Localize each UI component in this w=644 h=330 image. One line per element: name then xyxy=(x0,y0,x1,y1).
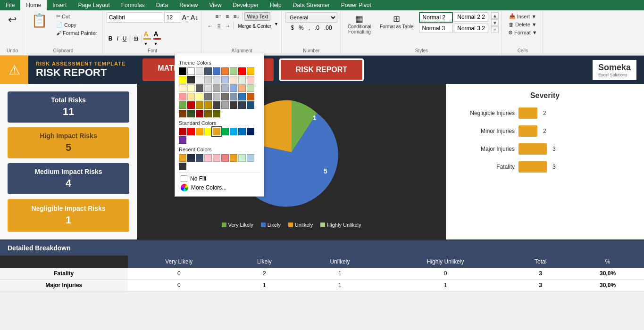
theme-color-39[interactable] xyxy=(204,101,212,109)
std-color-8[interactable] xyxy=(247,128,254,135)
theme-color-14[interactable] xyxy=(221,76,229,83)
font-grow-icon[interactable]: A↑ xyxy=(182,14,190,21)
recent-color-6[interactable] xyxy=(230,154,237,162)
theme-color-31[interactable] xyxy=(213,93,220,100)
theme-color-8[interactable] xyxy=(247,67,254,75)
theme-color-10[interactable] xyxy=(187,76,195,83)
tab-file[interactable]: File xyxy=(0,0,20,10)
std-color-2[interactable] xyxy=(196,128,203,135)
theme-color-16[interactable] xyxy=(238,76,246,83)
tab-data[interactable]: Data xyxy=(151,0,174,10)
std-color-0[interactable] xyxy=(179,128,186,135)
styles-scroll-expand[interactable]: ≡ xyxy=(491,26,499,33)
tab-power-pivot[interactable]: Power Pivot xyxy=(335,0,377,10)
copy-button[interactable]: 📄 Copy xyxy=(54,21,100,29)
normal3-style[interactable]: Normal 3 xyxy=(419,24,453,33)
theme-color-33[interactable] xyxy=(230,93,237,100)
theme-color-23[interactable] xyxy=(221,84,229,92)
align-center-button[interactable]: ≡ xyxy=(215,22,222,30)
theme-color-41[interactable] xyxy=(221,101,229,109)
theme-color-30[interactable] xyxy=(204,93,212,100)
theme-color-17[interactable] xyxy=(247,76,254,83)
font-name-input[interactable] xyxy=(107,12,163,23)
theme-color-40[interactable] xyxy=(213,101,220,109)
format-as-table-button[interactable]: ⊞ Format as Table xyxy=(376,12,417,31)
tab-view[interactable]: View xyxy=(204,0,227,10)
tab-help[interactable]: Help xyxy=(264,0,287,10)
align-top-left-button[interactable]: ≡↑ xyxy=(213,12,223,21)
theme-color-45[interactable] xyxy=(179,110,186,117)
theme-color-26[interactable] xyxy=(247,84,254,92)
theme-color-48[interactable] xyxy=(204,110,212,117)
align-right-button[interactable]: → xyxy=(223,22,232,30)
std-color-4[interactable] xyxy=(213,128,220,135)
tab-developer[interactable]: Developer xyxy=(227,0,264,10)
theme-color-35[interactable] xyxy=(247,93,254,100)
theme-color-4[interactable] xyxy=(213,67,220,75)
italic-button[interactable]: I xyxy=(115,34,120,43)
std-color-7[interactable] xyxy=(238,128,246,135)
font-size-input[interactable] xyxy=(164,12,181,23)
theme-color-3[interactable] xyxy=(204,67,212,75)
align-left-button[interactable]: ← xyxy=(205,22,215,30)
recent-color-1[interactable] xyxy=(187,154,195,162)
conditional-formatting-button[interactable]: ▦ ConditionalFormatting xyxy=(344,12,375,36)
std-color-1[interactable] xyxy=(187,128,195,135)
format-painter-button[interactable]: 🖌 Format Painter xyxy=(54,29,100,37)
recent-color-5[interactable] xyxy=(221,154,229,162)
theme-color-25[interactable] xyxy=(238,84,246,92)
theme-color-5[interactable] xyxy=(221,67,229,75)
theme-color-47[interactable] xyxy=(196,110,203,117)
recent-color-0[interactable] xyxy=(179,154,186,162)
font-shrink-icon[interactable]: A↓ xyxy=(191,14,198,21)
tab-formulas[interactable]: Formulas xyxy=(116,0,151,10)
theme-color-22[interactable] xyxy=(213,84,220,92)
underline-button[interactable]: U xyxy=(121,34,129,43)
theme-color-0[interactable] xyxy=(179,67,186,75)
cut-button[interactable]: ✂ Cut xyxy=(54,12,100,20)
theme-color-11[interactable] xyxy=(196,76,203,83)
normal22-style[interactable]: Normal 2 2 xyxy=(454,12,488,22)
theme-color-28[interactable] xyxy=(187,93,195,100)
normal32-style[interactable]: Normal 3 2 xyxy=(454,24,488,33)
font-color-button[interactable]: A ▼ xyxy=(153,30,161,47)
more-colors-option[interactable]: More Colors... xyxy=(179,183,260,192)
align-top-center-button[interactable]: ≡ xyxy=(224,12,231,21)
number-format-select[interactable]: General xyxy=(285,12,337,23)
recent-color-9[interactable] xyxy=(179,163,186,170)
paste-button[interactable]: 📋 xyxy=(27,12,52,29)
theme-color-18[interactable] xyxy=(179,84,186,92)
theme-color-12[interactable] xyxy=(204,76,212,83)
recent-color-2[interactable] xyxy=(196,154,203,162)
tab-insert[interactable]: Insert xyxy=(47,0,72,10)
comma-button[interactable]: , xyxy=(307,24,312,32)
styles-scroll-up[interactable]: ▲ xyxy=(491,12,499,19)
nav-risk-report-button[interactable]: RISK REPORT xyxy=(279,58,364,81)
tab-review[interactable]: Review xyxy=(174,0,203,10)
theme-color-6[interactable] xyxy=(230,67,237,75)
delete-cells-button[interactable]: 🗑 Delete ▼ xyxy=(506,21,539,28)
std-color-5[interactable] xyxy=(221,128,229,135)
theme-color-19[interactable] xyxy=(187,84,195,92)
theme-color-2[interactable] xyxy=(196,67,203,75)
std-color-9[interactable] xyxy=(179,136,186,144)
theme-color-13[interactable] xyxy=(213,76,220,83)
undo-button[interactable]: ↩ xyxy=(5,12,20,27)
std-color-3[interactable] xyxy=(204,128,212,135)
decrease-decimal-button[interactable]: .0 xyxy=(313,24,321,32)
theme-color-46[interactable] xyxy=(187,110,195,117)
recent-color-4[interactable] xyxy=(213,154,220,162)
theme-color-49[interactable] xyxy=(213,110,220,117)
recent-color-7[interactable] xyxy=(238,154,246,162)
theme-color-32[interactable] xyxy=(221,93,229,100)
increase-decimal-button[interactable]: .00 xyxy=(322,24,334,32)
tab-page-layout[interactable]: Page Layout xyxy=(72,0,115,10)
styles-scroll-down[interactable]: ▼ xyxy=(491,19,499,26)
theme-color-44[interactable] xyxy=(247,101,254,109)
recent-color-3[interactable] xyxy=(204,154,212,162)
theme-color-7[interactable] xyxy=(238,67,246,75)
bold-button[interactable]: B xyxy=(107,34,115,43)
theme-color-27[interactable] xyxy=(179,93,186,100)
fill-color-button[interactable]: A ▼ xyxy=(143,30,151,47)
no-fill-option[interactable]: No Fill xyxy=(179,174,260,183)
